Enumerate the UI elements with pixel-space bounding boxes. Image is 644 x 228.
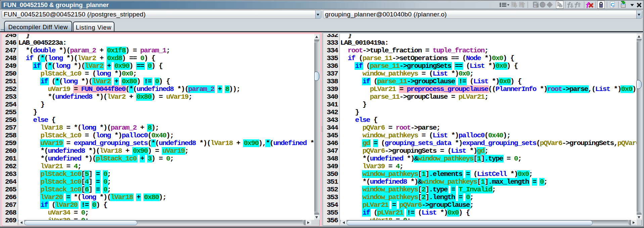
svg-text:10: 10 (534, 2, 537, 5)
svg-text:01: 01 (534, 5, 537, 7)
svg-text:C: C (611, 2, 614, 7)
